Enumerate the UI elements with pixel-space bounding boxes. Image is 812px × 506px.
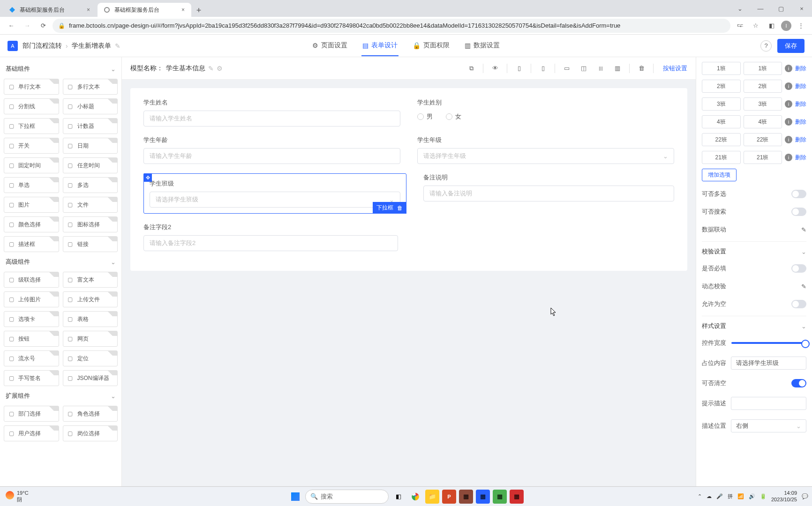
button-settings-link[interactable]: 按钮设置 [663,64,687,73]
slider-control-width[interactable] [731,342,806,344]
tablet-icon[interactable]: ▯ [514,63,524,74]
input-student-name[interactable]: 请输入学生姓名 [143,111,400,126]
component-item[interactable]: ▢图标选择 [63,216,118,232]
select-student-class[interactable]: 请选择学生班级⌄ [150,192,400,208]
chrome-icon[interactable] [408,490,422,504]
component-item[interactable]: ▢流水号 [4,350,59,366]
toggle-searchable[interactable] [791,208,806,216]
window-minimize-icon[interactable]: — [750,0,771,17]
phone-icon[interactable]: ▯ [538,63,548,74]
option-value-input[interactable]: 4班 [744,115,782,128]
component-item[interactable]: ▢用户选择 [4,425,59,441]
notifications-icon[interactable]: 💬 [802,493,808,499]
layout-4col-icon[interactable]: ▥ [612,63,623,74]
delete-option-link[interactable]: 删除 [795,136,806,144]
option-key-input[interactable]: 2班 [702,80,741,93]
component-item[interactable]: ▢岗位选择 [63,425,118,441]
info-icon[interactable]: i [785,82,792,90]
explorer-icon[interactable]: 📁 [425,490,439,504]
delete-option-link[interactable]: 删除 [795,154,806,162]
component-item[interactable]: ▢角色选择 [63,406,118,422]
app-icon[interactable]: ▦ [493,490,507,504]
option-key-input[interactable]: 22班 [702,133,741,146]
app-icon[interactable]: ▦ [510,490,524,504]
tray-ime-icon[interactable]: 拼 [728,493,733,500]
group-extend-header[interactable]: 扩展组件⌄ [4,388,118,404]
option-key-input[interactable]: 4班 [702,115,741,128]
component-item[interactable]: ▢表格 [63,311,118,327]
browser-tab[interactable]: 基础框架服务后台 × [98,3,191,17]
delete-option-link[interactable]: 删除 [795,100,806,108]
task-view-icon[interactable]: ◧ [391,490,406,504]
component-item[interactable]: ▢单选 [4,177,59,193]
layout-3col-icon[interactable]: ⫼ [595,63,606,74]
component-item[interactable]: ▢单行文本 [4,79,59,95]
browser-tab[interactable]: 基础框架服务后台 × [3,3,97,17]
component-item[interactable]: ▢选项卡 [4,311,59,327]
start-button[interactable] [288,490,302,504]
close-icon[interactable]: × [180,7,187,13]
field-student-class[interactable]: ✥ 学生班级 请选择学生班级⌄ 下拉框🗑 [143,173,406,214]
option-key-input[interactable]: 3班 [702,97,741,111]
tray-wifi-icon[interactable]: 📶 [737,493,744,499]
tray-mic-icon[interactable]: 🎤 [716,493,723,499]
tab-page-permission[interactable]: 🔒页面权限 [412,36,451,56]
info-icon[interactable]: i [785,154,792,161]
translate-icon[interactable]: ⮓ [733,22,746,29]
tray-chevron-icon[interactable]: ⌃ [698,493,702,499]
component-item[interactable]: ▢网页 [63,331,118,347]
new-tab-button[interactable]: + [192,4,205,17]
info-icon[interactable]: i [785,118,792,126]
tab-form-design[interactable]: ▤表单设计 [361,36,398,56]
component-item[interactable]: ▢小标题 [63,98,118,114]
toggle-required[interactable] [791,264,806,273]
select-desc-position[interactable]: 右侧⌄ [731,419,806,432]
save-button[interactable]: 保存 [777,39,804,53]
extension-icon[interactable]: ◧ [765,22,778,29]
component-item[interactable]: ▢固定时间 [4,157,59,173]
tray-onedrive-icon[interactable]: ☁ [707,493,712,499]
component-item[interactable]: ▢链接 [63,236,118,252]
profile-avatar[interactable]: I [781,21,791,31]
breadcrumb-root[interactable]: 部门流程流转 [23,42,62,50]
edit-icon[interactable]: ✎ [208,65,214,72]
trash-icon[interactable]: 🗑 [636,63,647,74]
component-item[interactable]: ▢文件 [63,197,118,213]
component-item[interactable]: ▢级联选择 [4,272,59,288]
edit-icon[interactable]: ✎ [115,42,120,50]
option-key-input[interactable]: 21班 [702,151,741,164]
taskbar-clock[interactable]: 14:09 2023/10/25 [771,490,797,502]
tab-page-settings[interactable]: ⚙页面设置 [311,36,348,56]
input-remark[interactable]: 请输入备注说明 [423,186,674,201]
window-close-icon[interactable]: × [791,0,812,17]
input-tip-desc[interactable] [731,397,806,410]
radio-female[interactable]: 女 [446,112,461,121]
component-item[interactable]: ▢JSON编译器 [63,370,118,386]
group-advanced-header[interactable]: 高级组件⌄ [4,254,118,270]
component-item[interactable]: ▢分割线 [4,98,59,114]
option-value-input[interactable]: 2班 [744,80,782,93]
tray-battery-icon[interactable]: 🔋 [760,493,767,499]
component-item[interactable]: ▢日期 [63,138,118,154]
component-item[interactable]: ▢富文本 [63,272,118,288]
edit-icon[interactable]: ✎ [801,283,806,290]
add-option-button[interactable]: 增加选项 [702,169,737,181]
help-icon[interactable]: ? [760,40,772,52]
component-item[interactable]: ▢手写签名 [4,370,59,386]
form-canvas[interactable]: 学生姓名 请输入学生姓名 学生姓别 男 女 学生年龄 请输入学生年龄 [122,80,696,486]
group-basic-header[interactable]: 基础组件⌄ [4,61,118,77]
info-icon[interactable]: i [785,65,792,72]
app-icon[interactable]: ▦ [459,490,473,504]
component-item[interactable]: ▢图片 [4,197,59,213]
radio-male[interactable]: 男 [417,112,433,121]
option-value-input[interactable]: 1班 [744,62,782,75]
component-item[interactable]: ▢多选 [63,177,118,193]
delete-option-link[interactable]: 删除 [795,118,806,126]
preview-icon[interactable]: 👁 [490,63,500,74]
back-button[interactable]: ← [5,19,18,32]
move-handle-icon[interactable]: ✥ [143,173,152,182]
trash-icon[interactable]: 🗑 [397,205,403,211]
layout-2col-icon[interactable]: ◫ [579,63,589,74]
option-value-input[interactable]: 22班 [744,133,782,146]
tray-volume-icon[interactable]: 🔊 [749,493,755,499]
